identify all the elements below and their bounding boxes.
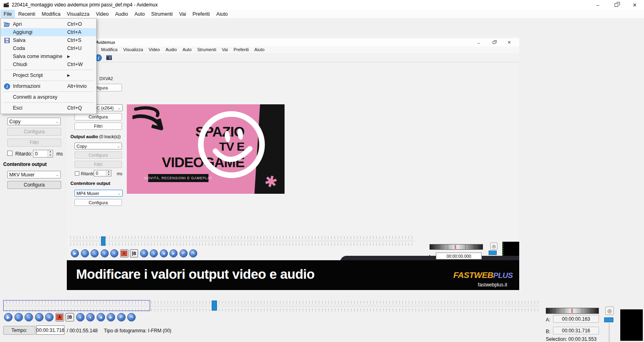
inner-restore-icon: [493, 41, 495, 44]
menu-item-label: Project Script: [13, 73, 67, 78]
inner-audio-codec-select: Copy⌄: [74, 143, 122, 149]
menubar-item-aiuto[interactable]: Aiuto: [213, 10, 231, 18]
inner-timeline-track: [70, 240, 415, 242]
outer-ritardo-label: Ritardo:: [15, 151, 32, 157]
brand-url: fastwebplus.it: [478, 282, 507, 288]
file-menu-item-salva-come-immagine[interactable]: Salva come immagine▶: [1, 52, 96, 60]
film-filter-icon: [106, 54, 113, 61]
tempo-time-field[interactable]: 00:00:31.716: [36, 325, 64, 335]
inner-marker-b-button: B: [130, 249, 138, 257]
jump-back-button[interactable]: ↶: [117, 313, 126, 321]
restore-button[interactable]: [607, 0, 625, 10]
file-menu-item-aggiungi[interactable]: AggiungiCtrl+A: [1, 28, 96, 36]
outer-audio-configura-button: Configura: [7, 128, 61, 136]
timeline-handle[interactable]: [212, 301, 217, 311]
marker-b-button[interactable]: B: [66, 313, 74, 321]
minimize-button[interactable]: –: [588, 0, 607, 10]
inner-previous-frame-button: ←: [81, 249, 89, 257]
file-menu-item-salva[interactable]: SalvaCtrl+S: [1, 36, 96, 44]
file-menu-item-chiudi[interactable]: ChiudiCtrl+W: [1, 60, 96, 68]
inner-volume-handle: [489, 251, 497, 255]
caption-strip: Modificare i valori output video e audio…: [67, 260, 519, 290]
menu-separator: [3, 102, 94, 103]
menu-item-shortcut: Ctrl+Q: [67, 105, 92, 111]
menu-item-label: Aggiungi: [13, 29, 67, 35]
file-menu-item-apri[interactable]: ApriCtrl+O: [1, 20, 96, 28]
outer-container-select[interactable]: MKV Muxer⌄: [7, 171, 61, 178]
spinner-arrows-icon[interactable]: ▲▼: [47, 150, 53, 157]
file-menu-item-informazioni[interactable]: iInformazioniAlt+Invio: [1, 82, 96, 90]
inner-toolbar: i: [67, 53, 519, 62]
inner-container-label: Contenitore output: [70, 181, 110, 186]
inner-close-button: ✕: [503, 39, 515, 46]
menu-item-label: Chiudi: [13, 62, 67, 67]
inner-forward-frames-button: »: [110, 249, 118, 257]
outer-ritardo-checkbox[interactable]: [7, 151, 12, 156]
inner-container-configura-button: Configura: [74, 199, 122, 206]
chevron-down-icon: ⌄: [118, 106, 121, 110]
previous-frame-button[interactable]: ←: [14, 313, 23, 321]
marker-a-button[interactable]: A: [56, 313, 64, 321]
outer-ritardo-spinner[interactable]: 0 ▲▼: [33, 150, 53, 158]
menubar-item-modifica[interactable]: Modifica: [39, 10, 64, 18]
inner-title-bar: Avidemux – ✕: [67, 38, 519, 46]
file-menu-item-coda[interactable]: CodaCtrl+U: [1, 44, 96, 52]
menubar-item-vai[interactable]: Vai: [176, 10, 189, 18]
inner-timeline-ticks-top: [70, 236, 415, 239]
open-folder-icon: [1, 22, 13, 27]
menubar-item-auto[interactable]: Auto: [131, 10, 148, 18]
window-title: 220414_montaggio video avidemux primi pa…: [12, 2, 158, 8]
inner-menu-bar: ModificaVisualizzaVideoAudioAutoStrument…: [67, 46, 519, 53]
shuttle-slider[interactable]: [546, 308, 599, 314]
next-keyframe-button[interactable]: ►: [107, 313, 115, 321]
inner-next-frame-button: →: [91, 249, 99, 257]
marker-a-icon: A: [56, 314, 62, 320]
inner-go-end-button: ◗: [150, 249, 158, 257]
volume-handle[interactable]: [604, 317, 613, 322]
next-frame-button[interactable]: →: [25, 313, 33, 321]
inner-ritardo-spinner: 0 ▲▼: [94, 170, 111, 176]
go-start-button[interactable]: ◖: [76, 313, 85, 321]
inner-audio-configura-button: Configura: [74, 151, 122, 159]
menubar-item-video[interactable]: Video: [93, 10, 112, 18]
menubar-item-preferiti[interactable]: Preferiti: [189, 10, 213, 18]
outer-container-configura-button[interactable]: Configura: [7, 181, 61, 189]
video-thumbnail: SPAZIO TV E VIDEOGAME NOVITÀ, RECENSIONI…: [127, 104, 285, 194]
inner-next-keyframe-button: ►: [169, 249, 178, 257]
volume-track[interactable]: [609, 323, 610, 342]
chevron-down-icon: ⌄: [56, 120, 59, 124]
menubar-item-recenti[interactable]: Recenti: [15, 10, 38, 18]
menu-separator: [3, 91, 94, 92]
inner-container-select: MP4 Muxer⌄: [74, 190, 123, 197]
video-preview: Avidemux – ✕ ModificaVisualizzaVideoAudi…: [67, 35, 519, 290]
menu-item-shortcut: Ctrl+S: [67, 37, 92, 43]
file-menu-item-project-script[interactable]: Project Script▶: [1, 71, 96, 79]
thumbnail-badge: NOVITÀ, RECENSIONI E GAMEPLAY: [148, 174, 208, 182]
menubar-item-strumenti[interactable]: Strumenti: [148, 10, 176, 18]
outer-container-label: Contenitore output: [3, 162, 47, 167]
menu-item-shortcut: Ctrl+U: [67, 46, 92, 51]
inner-menubar-item-modifica: Modifica: [98, 46, 120, 53]
inner-restore-button: [488, 39, 500, 46]
speaker-icon[interactable]: ◎: [605, 307, 614, 315]
jump-forward-button[interactable]: ↷: [127, 313, 136, 321]
transport-bar: ▶←→«»AB◖◗◄►↶↷: [4, 313, 136, 321]
menubar-item-visualizza[interactable]: Visualizza: [64, 10, 93, 18]
forward-frames-button[interactable]: »: [45, 313, 54, 321]
submenu-arrow-icon: ▶: [67, 73, 92, 77]
play-button[interactable]: ▶: [4, 313, 12, 321]
file-menu-item-connetti-a-avsproxy[interactable]: Connetti a avsproxy: [1, 93, 96, 101]
info-icon: i: [1, 83, 13, 89]
previous-keyframe-button[interactable]: ◄: [97, 313, 105, 321]
menu-separator: [3, 81, 94, 81]
outer-audio-codec-select[interactable]: Copy⌄: [7, 118, 61, 125]
file-menu-item-esci[interactable]: EsciCtrl+Q: [1, 104, 96, 112]
preview-mini-screen: [620, 309, 643, 341]
menubar-item-file[interactable]: File: [0, 10, 15, 18]
menubar-item-audio[interactable]: Audio: [112, 10, 131, 18]
go-end-button[interactable]: ◗: [86, 313, 95, 321]
close-button[interactable]: ✕: [625, 0, 644, 10]
back-frames-button[interactable]: «: [35, 313, 43, 321]
inner-ritardo-unit: ms: [117, 171, 122, 176]
tempo-button[interactable]: Tempo:: [3, 326, 35, 335]
